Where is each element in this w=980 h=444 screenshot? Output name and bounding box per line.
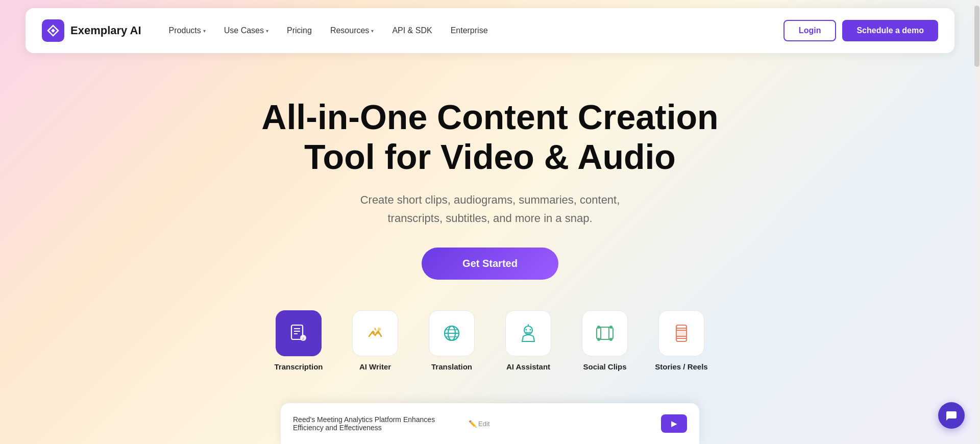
chevron-down-icon: ▾ [371,28,374,34]
transcription-icon-box: ♪ [276,310,322,356]
svg-point-19 [597,326,600,329]
nav-item-pricing[interactable]: Pricing [280,22,319,39]
preview-article-text: Reed's Meeting Analytics Platform Enhanc… [293,415,464,432]
social-clips-icon-box [582,310,628,356]
get-started-button[interactable]: Get Started [422,248,558,280]
chat-bubble-button[interactable] [938,402,965,429]
nav-item-use-cases[interactable]: Use Cases ▾ [217,22,276,39]
scrollbar[interactable] [974,0,980,444]
svg-point-14 [530,329,531,330]
feature-transcription[interactable]: ♪ Transcription [265,310,332,371]
svg-point-13 [526,329,527,330]
features-row: ♪ Transcription AI Writer [265,310,715,371]
chevron-down-icon: ▾ [203,28,206,34]
svg-text:♪: ♪ [302,335,305,340]
nav-item-products[interactable]: Products ▾ [162,22,213,39]
svg-rect-28 [677,331,685,336]
nav-item-enterprise[interactable]: Enterprise [444,22,495,39]
svg-point-20 [597,338,600,341]
nav-links: Products ▾ Use Cases ▾ Pricing Resources… [162,22,783,39]
ai-writer-icon-box [352,310,398,356]
svg-point-6 [378,328,381,331]
chevron-down-icon: ▾ [266,28,268,34]
preview-edit-label[interactable]: ✏️ Edit [469,420,490,428]
hero-title: All-in-One Content Creation Tool for Vid… [260,97,720,177]
translation-icon-box [429,310,475,356]
feature-social-clips[interactable]: Social Clips [572,310,638,371]
ai-assistant-icon-box [505,310,551,356]
logo-icon [42,19,64,42]
svg-rect-16 [597,327,613,339]
nav-actions: Login Schedule a demo [783,20,938,41]
feature-ai-assistant[interactable]: AI Assistant [495,310,561,371]
bottom-preview-bar: Reed's Meeting Analytics Platform Enhanc… [281,403,699,444]
brand-name: Exemplary AI [70,24,141,37]
navbar: Exemplary AI Products ▾ Use Cases ▾ Pric… [26,8,954,53]
logo-area[interactable]: Exemplary AI [42,19,141,42]
stories-reels-icon-box [658,310,704,356]
hero-subtitle: Create short clips, audiograms, summarie… [342,191,638,227]
svg-point-22 [609,338,612,341]
feature-stories-reels[interactable]: Stories / Reels [648,310,715,371]
nav-item-api-sdk[interactable]: API & SDK [385,22,439,39]
feature-translation[interactable]: Translation [419,310,485,371]
hero-section: All-in-One Content Creation Tool for Vid… [0,66,980,371]
nav-item-resources[interactable]: Resources ▾ [323,22,381,39]
preview-action-button[interactable]: ▶ [661,414,687,433]
svg-point-21 [609,326,612,329]
scrollbar-thumb[interactable] [974,6,979,67]
schedule-demo-button[interactable]: Schedule a demo [842,20,938,41]
login-button[interactable]: Login [783,20,837,41]
feature-ai-writer[interactable]: AI Writer [342,310,408,371]
